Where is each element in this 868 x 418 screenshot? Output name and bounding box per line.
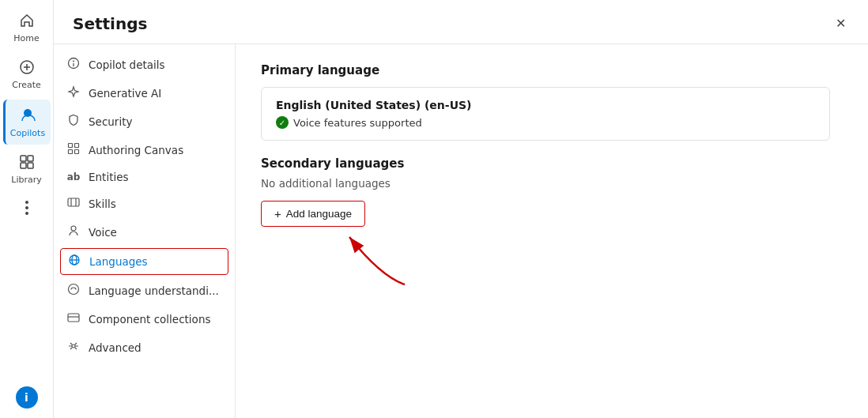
advanced-icon <box>66 340 81 356</box>
sidebar-item-advanced[interactable]: Advanced <box>54 333 235 362</box>
annotation-arrow <box>326 229 421 292</box>
security-icon <box>66 114 81 130</box>
sidebar-item-generative-ai[interactable]: Generative AI <box>54 79 235 107</box>
library-icon <box>19 154 35 172</box>
close-button[interactable]: ✕ <box>832 13 849 34</box>
sidebar-label-entities: Entities <box>89 171 129 183</box>
copilots-icon <box>19 106 36 126</box>
languages-icon <box>67 254 81 269</box>
sidebar-item-voice[interactable]: Voice <box>54 218 235 247</box>
create-icon <box>19 59 35 77</box>
sidebar-label-generative-ai: Generative AI <box>89 87 161 100</box>
add-language-label: Add language <box>286 208 352 220</box>
svg-point-22 <box>69 284 79 295</box>
settings-header: Settings ✕ <box>54 0 868 44</box>
language-understanding-icon <box>66 283 81 299</box>
sidebar-item-language-understanding[interactable]: Language understandi... <box>54 277 235 305</box>
svg-rect-6 <box>21 163 26 168</box>
primary-language-name: English (United States) (en-US) <box>276 99 815 111</box>
nav-label-library: Library <box>11 175 41 185</box>
sidebar-label-language-understanding: Language understandi... <box>89 284 219 297</box>
home-icon <box>19 13 35 31</box>
sidebar-item-component-collections[interactable]: Component collections <box>54 305 235 333</box>
nav-bar: Home Create Copilots <box>0 0 54 418</box>
sidebar-label-skills: Skills <box>89 198 116 210</box>
add-language-button[interactable]: + Add language <box>261 201 365 227</box>
svg-rect-15 <box>68 198 79 206</box>
entities-icon: ab <box>66 171 81 183</box>
authoring-canvas-icon <box>66 142 81 158</box>
skills-icon <box>66 196 81 212</box>
sidebar-item-copilot-details[interactable]: Copilot details <box>54 51 235 79</box>
sidebar-item-languages[interactable]: Languages <box>60 248 228 275</box>
svg-point-9 <box>73 61 74 62</box>
voice-supported: ✓ Voice features supported <box>276 116 815 129</box>
main-content: Settings ✕ Copilot details <box>54 0 868 418</box>
info-button[interactable]: i <box>16 386 38 409</box>
plus-icon: + <box>274 207 281 220</box>
content-pane: Primary language English (United States)… <box>236 44 868 418</box>
settings-body: Copilot details Generative AI Security <box>54 44 868 418</box>
sidebar-label-advanced: Advanced <box>89 341 142 354</box>
arrow-container: + Add language <box>261 201 843 227</box>
nav-item-copilots[interactable]: Copilots <box>3 100 51 145</box>
primary-language-box: English (United States) (en-US) ✓ Voice … <box>261 87 830 141</box>
svg-rect-11 <box>69 144 73 148</box>
svg-point-18 <box>71 226 76 231</box>
sidebar-label-authoring-canvas: Authoring Canvas <box>89 144 183 156</box>
nav-item-home[interactable]: Home <box>3 6 51 50</box>
copilot-details-icon <box>66 57 81 73</box>
nav-label-home: Home <box>13 33 39 43</box>
svg-rect-12 <box>75 144 79 148</box>
nav-more[interactable] <box>19 194 35 221</box>
primary-language-title: Primary language <box>261 63 843 77</box>
voice-supported-text: Voice features supported <box>293 117 422 129</box>
sidebar-item-entities[interactable]: ab Entities <box>54 164 235 190</box>
check-icon: ✓ <box>276 116 289 129</box>
svg-rect-13 <box>69 150 73 154</box>
sidebar-label-security: Security <box>89 115 132 128</box>
generative-ai-icon <box>66 85 81 101</box>
secondary-languages-title: Secondary languages <box>261 156 843 171</box>
settings-sidebar: Copilot details Generative AI Security <box>54 44 236 418</box>
sidebar-label-copilot-details: Copilot details <box>89 58 165 71</box>
sidebar-item-security[interactable]: Security <box>54 107 235 136</box>
nav-label-create: Create <box>12 80 41 90</box>
svg-rect-5 <box>28 156 33 161</box>
component-collections-icon <box>66 311 81 327</box>
sidebar-label-voice: Voice <box>89 226 117 239</box>
sidebar-item-skills[interactable]: Skills <box>54 190 235 218</box>
voice-icon <box>66 224 81 240</box>
sidebar-label-component-collections: Component collections <box>89 313 210 326</box>
nav-item-library[interactable]: Library <box>3 148 51 191</box>
nav-item-create[interactable]: Create <box>3 53 51 96</box>
sidebar-item-authoring-canvas[interactable]: Authoring Canvas <box>54 136 235 164</box>
svg-rect-7 <box>28 163 33 168</box>
svg-rect-4 <box>21 156 26 161</box>
no-additional-languages: No additional languages <box>261 177 843 190</box>
nav-bottom: i <box>16 386 38 409</box>
sidebar-label-languages: Languages <box>89 255 148 268</box>
svg-rect-23 <box>68 314 79 322</box>
nav-label-copilots: Copilots <box>10 128 45 138</box>
svg-rect-14 <box>75 150 79 154</box>
settings-title: Settings <box>73 14 147 33</box>
